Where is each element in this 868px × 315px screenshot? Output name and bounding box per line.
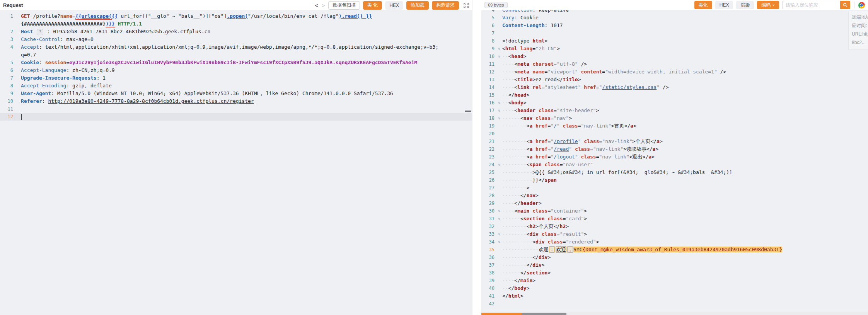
fold-chevron-icon[interactable]: ∨ [496,99,502,107]
code-line[interactable]: 5Vary: Cookie [481,14,868,22]
code-line[interactable]: 4Connection: keep-alive [481,10,868,14]
code-line[interactable]: 13····<title>ez_read</title> [481,76,868,83]
fold-chevron-icon[interactable]: ∨ [496,207,502,215]
fold-chevron-icon[interactable]: ∨ [496,45,502,53]
hotload-button[interactable]: 热加载 [406,1,429,10]
code-line[interactable]: 5Cookie: session=eyJ1c2VyIjoie3sgXCJvc1w… [0,59,472,66]
code-line[interactable]: 30∨····<main class="container"> [481,207,868,215]
fullscreen-icon[interactable] [464,3,469,8]
code-line[interactable]: 3Cache-Control: max-age=0 [0,36,472,43]
code-line[interactable]: 11 [0,105,472,113]
code-line[interactable]: 8<!doctype html> [481,37,868,45]
response-editor[interactable]: 4Connection: keep-alive5Vary: Cookie6Con… [481,10,868,315]
code-line[interactable]: 28······</nav> [481,192,868,199]
line-number: 4 [481,10,496,14]
code-line[interactable]: {#AAAAAAAAAAAAAAAAAAAAAAAA#})}} HTTP/1.1 [0,20,472,28]
code-line[interactable]: 9User-Agent: Mozilla/5.0 (Windows NT 10.… [0,90,472,97]
line-number: 33 [481,230,496,238]
code-line[interactable]: 19········<a href="/" class="nav-link">首… [481,122,868,130]
line-number: 6 [0,66,15,74]
code-line[interactable]: 42 [481,300,868,308]
fold-chevron-icon[interactable]: ∨ [496,114,502,122]
line-number: 26 [481,176,496,184]
code-text: ····<link rel="stylesheet" href="/static… [502,83,669,91]
search-input[interactable] [782,1,840,9]
line-number: 7 [481,29,496,37]
beautify-button[interactable]: 美 化 [363,1,382,10]
code-text: Upgrade-Insecure-Requests: 1 [21,74,106,82]
code-line[interactable]: 7Upgrade-Insecure-Requests: 1 [0,74,472,82]
code-line[interactable]: 36··········</div> [481,254,868,261]
code-text: Content-Length: 1017 [502,22,563,29]
search-button[interactable] [840,1,850,9]
code-line[interactable]: 18∨······<nav class="nav"> [481,114,868,122]
code-line[interactable]: 26··········}}</span [481,176,868,184]
code-line[interactable]: 38······</section> [481,269,868,277]
code-line[interactable]: 35············欢迎：欢迎，SYC{D0nt_m@ke_w1sdom… [481,246,868,254]
code-line[interactable]: 39····</main> [481,277,868,284]
code-line[interactable]: 27········> [481,184,868,192]
scrollbar-thumb-grey[interactable] [522,313,566,315]
response-hex-button[interactable]: HEX [715,1,733,9]
chrome-browser-icon[interactable] [858,2,865,9]
line-number: 14 [481,83,496,91]
code-line[interactable]: 40··</body> [481,284,868,292]
fold-chevron-icon[interactable]: ∨ [496,230,502,238]
code-line[interactable]: 17∨····<header class="site-header"> [481,107,868,114]
packet-scan-button[interactable]: 数据包扫描 [328,1,360,10]
code-line[interactable]: 15··</head> [481,91,868,99]
fold-chevron-icon[interactable]: ∨ [496,107,502,114]
code-line[interactable]: 21········<a href="/profile" class="nav-… [481,138,868,145]
code-line[interactable]: 23········<a href="/logout" class="nav-l… [481,153,868,161]
code-line[interactable]: 10Referer: http://019a3e80-4249-7778-8a2… [0,97,472,105]
code-text: ····<meta charset="utf-8" /> [502,60,587,68]
line-number: 39 [481,277,496,284]
fold-chevron-icon[interactable]: ∨ [496,215,502,223]
code-line[interactable]: 29····</header> [481,199,868,207]
response-render-button[interactable]: 渲染 [736,1,754,9]
code-line[interactable]: q=0.7 [0,51,472,59]
code-line[interactable]: 16∨··<body> [481,99,868,107]
code-line[interactable]: 24∨········<span class="nav-user" [481,161,868,169]
code-line[interactable]: 9∨<html lang="zh-CN"> [481,45,868,53]
code-line[interactable]: 2Host ? : 019a3eb8-4261-7831-8bc2-4681b0… [0,28,472,36]
code-line[interactable]: 4Accept: text/html,application/xhtml+xml… [0,43,472,51]
code-line[interactable]: 34∨··········<div class="rendered"> [481,238,868,246]
encode-dropdown-button[interactable]: 编码 ∨ [757,1,779,9]
line-number: 41 [481,292,496,300]
code-line[interactable]: 1GET /profile?name={{urlescape({{ url_fo… [0,12,472,20]
code-line[interactable]: 7 [481,29,868,37]
construct-request-button[interactable]: 构造请求 [432,1,459,10]
fold-chevron-icon[interactable]: ∨ [496,161,502,169]
code-line[interactable]: 37········</div> [481,261,868,269]
code-text [21,113,22,121]
code-line[interactable]: 12····<meta name="viewport" content="wid… [481,68,868,76]
search-icon [843,3,848,7]
scrollbar-thumb-orange[interactable] [481,313,522,315]
code-line[interactable]: 32········<h2>个人页</h2> [481,223,868,230]
fold-chevron-icon[interactable]: ∨ [496,238,502,246]
code-line[interactable]: 41</html> [481,292,868,300]
history-back-button[interactable]: < [315,2,318,9]
code-line[interactable]: 11····<meta charset="utf-8" /> [481,60,868,68]
code-line[interactable]: 6Accept-Language: zh-CN,zh;q=0.9 [0,66,472,74]
code-line[interactable]: 8Accept-Encoding: gzip, deflate [0,82,472,90]
scroll-position-marker[interactable] [465,111,471,112]
line-number: 16 [481,99,496,107]
horizontal-scrollbar[interactable] [481,312,868,315]
code-line[interactable]: 25··········>@{{ &#34;os&#34; in url_for… [481,169,868,176]
response-beautify-button[interactable]: 美化 [694,1,712,9]
code-line[interactable]: 6Content-Length: 1017 [481,22,868,29]
request-editor[interactable]: 1GET /profile?name={{urlescape({{ url_fo… [0,11,472,315]
history-forward-button[interactable]: > [322,2,325,9]
code-line[interactable]: 14····<link rel="stylesheet" href="/stat… [481,83,868,91]
line-number: 3 [0,36,15,43]
hex-button[interactable]: HEX [385,1,403,10]
code-line[interactable]: 22········<a href="/read" class="nav-lin… [481,145,868,153]
fold-chevron-icon[interactable]: ∨ [496,53,502,60]
code-line[interactable]: 12 [0,113,472,121]
code-line[interactable]: 10∨··<head> [481,53,868,60]
code-line[interactable]: 20 [481,130,868,138]
code-line[interactable]: 31∨······<section class="card"> [481,215,868,223]
code-line[interactable]: 33∨········<div class="result"> [481,230,868,238]
